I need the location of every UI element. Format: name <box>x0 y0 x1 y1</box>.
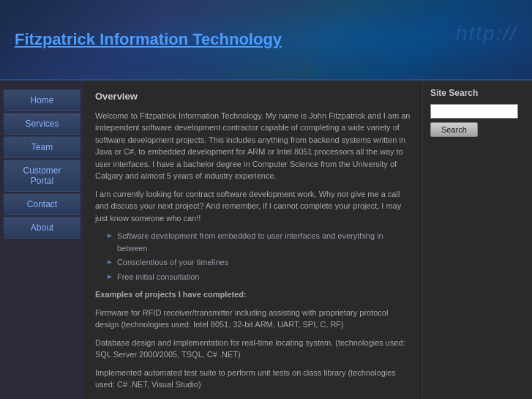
sidebar-item-contact[interactable]: Contact <box>4 193 80 215</box>
bullet-item-2: ► Conscientious of your timelines <box>106 256 411 269</box>
right-sidebar: Site Search Search <box>422 81 532 399</box>
project-item-3: Implemented automated test suite to perf… <box>95 367 411 391</box>
sidebar-item-about[interactable]: About <box>4 217 80 239</box>
search-box-title: Site Search <box>430 88 525 98</box>
bullet-icon-2: ► <box>106 256 113 267</box>
projects-heading: Examples of projects I have completed: <box>95 288 411 301</box>
bullet-text-3: Free initial consultation <box>117 271 200 283</box>
main-container: Home Services Team Customer Portal Conta… <box>0 81 532 399</box>
bullet-item-1: ► Software development from embedded to … <box>106 230 411 254</box>
bullet-list: ► Software development from embedded to … <box>106 230 411 283</box>
site-title: Fitzpatrick Information Technology <box>15 30 282 49</box>
bullet-icon-1: ► <box>106 230 113 241</box>
search-button[interactable]: Search <box>430 122 478 137</box>
bullet-text-1: Software development from embedded to us… <box>117 230 411 254</box>
project-item-1: Firmware for RFID receiver/transmitter i… <box>95 307 411 331</box>
bullet-item-3: ► Free initial consultation <box>106 271 411 283</box>
intro-paragraph-1: Welcome to Fitzpatrick Information Techn… <box>95 110 411 182</box>
bullet-text-2: Conscientious of your timelines <box>117 256 228 269</box>
main-content: Overview Welcome to Fitzpatrick Informat… <box>84 81 422 399</box>
sidebar-item-home[interactable]: Home <box>4 89 80 111</box>
project-item-2: Database design and implementation for r… <box>95 337 411 361</box>
sidebar-item-customer-portal[interactable]: Customer Portal <box>4 160 80 192</box>
overview-heading: Overview <box>95 89 411 104</box>
sidebar-item-team[interactable]: Team <box>4 136 80 158</box>
sidebar-item-services[interactable]: Services <box>4 113 80 135</box>
header-decoration: http:// <box>312 0 532 81</box>
sidebar-nav: Home Services Team Customer Portal Conta… <box>0 81 84 399</box>
project-item-4: Enhanced PHP-based e-commerce system to … <box>95 397 411 400</box>
bullet-icon-3: ► <box>106 271 113 282</box>
header-url-decoration: http:// <box>456 22 517 45</box>
search-input[interactable] <box>430 104 518 119</box>
site-header: Fitzpatrick Information Technology http:… <box>0 0 532 81</box>
intro-paragraph-2: I am currently looking for contract soft… <box>95 188 411 225</box>
